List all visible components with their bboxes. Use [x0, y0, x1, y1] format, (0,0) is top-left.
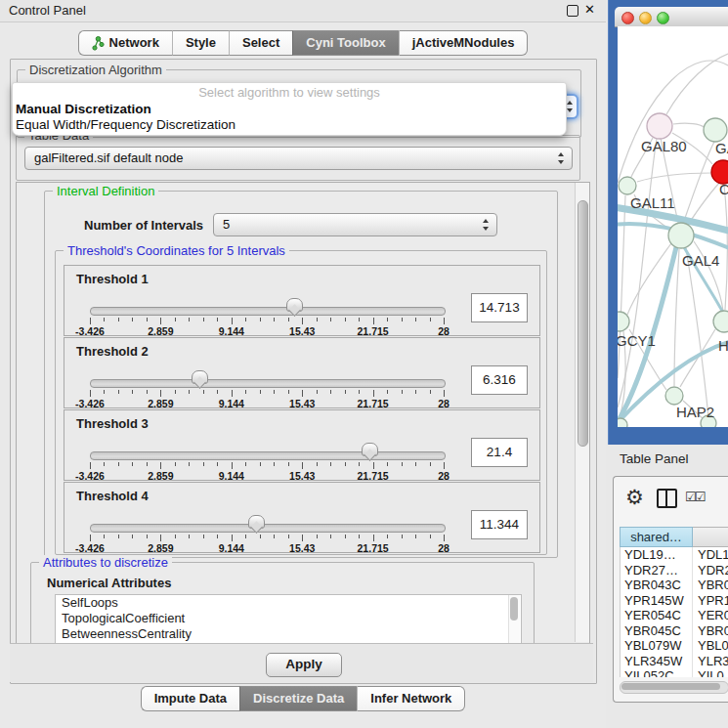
cell-shared-name: YIL052C	[621, 668, 693, 677]
network-edge[interactable]	[683, 142, 714, 224]
column-header-name[interactable]: n	[693, 527, 728, 547]
bottom-tabbar: Impute DataDiscretize DataInfer Network	[0, 686, 606, 711]
tab-label: Impute Data	[154, 687, 227, 710]
threshold-slider-thumb[interactable]	[192, 370, 208, 384]
tab-select[interactable]: Select	[229, 30, 292, 56]
screen: Control Panel ✕ NetworkStyleSelectCyni T…	[0, 0, 728, 728]
threshold-panel-4: Threshold 4-3.4262.8599.14415.4321.71528…	[64, 482, 540, 553]
threshold-label: Threshold 2	[76, 344, 149, 359]
float-window-icon[interactable]	[567, 5, 578, 17]
close-traffic-light-icon[interactable]	[621, 12, 634, 24]
algorithm-option-manual-discretization[interactable]: Manual Discretization	[16, 102, 151, 116]
tab-cyni-toolbox[interactable]: Cyni Toolbox	[292, 30, 398, 56]
tick-mark	[345, 390, 346, 394]
network-edge[interactable]	[673, 123, 704, 127]
network-node[interactable]	[713, 311, 728, 332]
table-row[interactable]: YDR27…YDR2	[621, 563, 728, 578]
attribute-item-selfloops[interactable]: SelfLoops	[56, 595, 521, 611]
numerical-attributes-label: Numerical Attributes	[47, 576, 171, 590]
attributes-list-scrollbar[interactable]	[508, 595, 520, 644]
threshold-value-field[interactable]: 21.4	[471, 438, 528, 467]
close-icon[interactable]: ✕	[584, 2, 595, 17]
table-data-combo[interactable]: galFiltered.sif default node	[24, 147, 573, 170]
tick-mark	[203, 390, 204, 394]
tick-label: 28	[438, 325, 450, 337]
table-row[interactable]: YBR043CYBR0	[621, 578, 728, 593]
network-edge[interactable]	[686, 248, 708, 417]
table-row[interactable]: YDL19…YDL1	[621, 547, 728, 563]
tick-mark	[118, 535, 119, 538]
tab-network[interactable]: Network	[78, 30, 172, 56]
table-row[interactable]: YER054CYER0	[621, 608, 728, 623]
checkboxes-icon[interactable]: ☑☑	[685, 490, 704, 504]
minimize-traffic-light-icon[interactable]	[639, 12, 652, 24]
scrollbar-thumb[interactable]	[621, 683, 720, 690]
algorithm-option-equal-width-frequency-discretization[interactable]: Equal Width/Frequency Discretization	[16, 117, 236, 132]
threshold-value-field[interactable]: 11.344	[471, 510, 528, 539]
numerical-attributes-list[interactable]: SelfLoopsTopologicalCoefficientBetweenne…	[55, 594, 522, 645]
threshold-panel-1: Threshold 1-3.4262.8599.14415.4321.71528…	[64, 265, 540, 336]
settings-vertical-scrollbar[interactable]	[575, 183, 589, 642]
column-header-shared-name[interactable]: shared…	[620, 527, 693, 547]
tick-mark	[118, 318, 119, 321]
threshold-slider-track[interactable]	[90, 451, 446, 460]
tab-discretize-data[interactable]: Discretize Data	[239, 686, 357, 711]
table-row[interactable]: YLR345WYLR3	[621, 654, 728, 669]
network-edge[interactable]	[680, 329, 715, 387]
algorithm-hint-item[interactable]: Select algorithm to view settings	[13, 85, 566, 100]
network-node[interactable]	[668, 223, 694, 248]
network-node-label: GCY1	[618, 332, 656, 349]
network-node[interactable]	[619, 177, 636, 194]
threshold-value-field[interactable]: 14.713	[471, 293, 528, 322]
tick-mark	[104, 462, 105, 466]
tab-jactivemnodules[interactable]: jActiveMNodules	[399, 30, 529, 56]
network-icon	[92, 36, 105, 51]
tick-mark	[147, 535, 148, 538]
control-panel-window: Control Panel ✕ NetworkStyleSelectCyni T…	[0, 0, 606, 728]
settings-scrollpane: Interval Definition Number of Intervals …	[16, 182, 590, 645]
threshold-value-field[interactable]: 6.316	[471, 365, 528, 395]
threshold-slider-thumb[interactable]	[248, 515, 265, 529]
tick-mark	[317, 318, 318, 321]
network-edge[interactable]	[627, 243, 671, 315]
scrollbar-thumb[interactable]	[578, 200, 588, 447]
columns-icon[interactable]	[657, 489, 677, 508]
table-row[interactable]: YBL079WYBL0	[621, 638, 728, 654]
gear-icon[interactable]: ⚙	[625, 486, 644, 509]
number-of-intervals-label: Number of Intervals	[84, 218, 203, 233]
network-node[interactable]	[647, 113, 672, 139]
threshold-slider-thumb[interactable]	[286, 298, 303, 312]
apply-button[interactable]: Apply	[266, 653, 342, 677]
tick-mark	[132, 390, 133, 394]
network-canvas[interactable]: GAL80GACGAL11GAL4GCY1HHAP2	[618, 26, 728, 427]
tick-label: 2.859	[148, 398, 173, 409]
table-row[interactable]: YBR045CYBR0	[621, 623, 728, 639]
zoom-traffic-light-icon[interactable]	[657, 12, 669, 24]
table-horizontal-scrollbar[interactable]	[620, 681, 728, 694]
cell-shared-name: YDL19…	[621, 547, 693, 563]
scrollbar-thumb[interactable]	[510, 597, 518, 621]
tick-label: 9.144	[219, 470, 244, 482]
table-row[interactable]: YIL052CYIL0	[621, 668, 728, 677]
table-row[interactable]: YPR145WYPR1	[621, 593, 728, 609]
threshold-slider-track[interactable]	[90, 524, 446, 533]
threshold-slider-track[interactable]	[90, 379, 446, 388]
tick-mark	[203, 535, 204, 538]
tick-mark	[189, 535, 190, 538]
cell-name: YIL0	[693, 668, 728, 677]
tab-style[interactable]: Style	[172, 30, 229, 56]
tab-infer-network[interactable]: Infer Network	[357, 686, 465, 711]
network-node[interactable]	[704, 118, 727, 142]
tick-mark	[189, 462, 190, 466]
tab-label: jActiveMNodules	[412, 31, 515, 55]
tab-impute-data[interactable]: Impute Data	[141, 686, 239, 711]
threshold-slider-thumb[interactable]	[362, 443, 378, 456]
attribute-item-betweennesscentrality[interactable]: BetweennessCentrality	[56, 626, 521, 642]
tick-mark	[430, 318, 431, 321]
network-node[interactable]	[665, 387, 683, 405]
number-of-intervals-combo[interactable]: 5	[213, 213, 497, 236]
threshold-slider-track[interactable]	[90, 307, 446, 316]
network-node[interactable]	[618, 418, 627, 427]
network-edge[interactable]	[674, 249, 679, 386]
attribute-item-topologicalcoefficient[interactable]: TopologicalCoefficient	[56, 611, 521, 626]
